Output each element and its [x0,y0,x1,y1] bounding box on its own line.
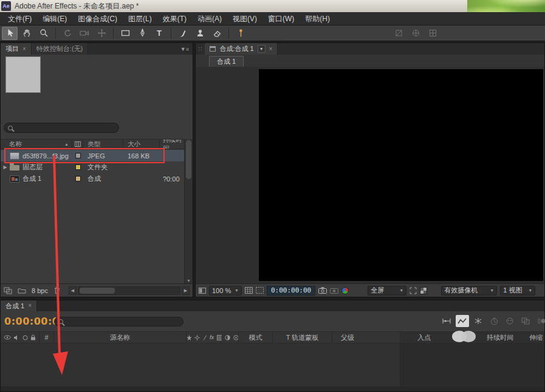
label-color-chip[interactable] [75,153,81,158]
column-stretch[interactable]: 伸缩 [529,333,543,342]
comp-timecode[interactable]: 0:00:00:00 [267,286,315,296]
project-search-input[interactable] [4,123,119,133]
project-row-comp[interactable]: 合成 1 合成 ?0:00 [1,173,184,184]
column-track-matte[interactable]: T 轨道蒙板 [273,332,332,343]
timeline-layer-area[interactable] [1,343,544,387]
solo-icon[interactable] [22,335,28,340]
brainstorm-icon[interactable] [471,315,485,327]
column-layer-number[interactable]: # [39,332,54,343]
scrollbar-thumb[interactable] [80,288,115,294]
scroll-left-icon[interactable]: ◀ [69,286,77,295]
layer-list-area[interactable] [1,343,400,387]
tab-composition[interactable]: 合成:合成 1 ▼ × [205,43,278,55]
frame-blend-switch-icon[interactable] [217,335,222,340]
label-color-chip[interactable] [75,176,81,181]
column-in-point[interactable]: 入点 [417,333,431,342]
menu-view[interactable]: 视图(V) [227,12,262,25]
column-name[interactable]: 名称 ▲ [1,140,72,149]
mask-visibility-icon[interactable] [256,287,264,294]
timeline-tab-comp1[interactable]: 合成 1 × [1,300,37,311]
composition-canvas[interactable] [259,69,543,281]
hide-shy-layers-icon[interactable] [503,315,516,327]
label-color-chip[interactable] [75,164,81,170]
chevron-down-icon[interactable]: ▼ [258,45,266,53]
project-horizontal-scrollbar[interactable]: ◀ ▶ [69,286,190,295]
magnification-select[interactable]: 100 % ▼ [209,286,242,296]
view-layout-select[interactable]: 1 视图 ▼ [500,286,535,296]
3d-switch-icon[interactable] [233,335,238,340]
tab-effect-controls[interactable]: 特效控制台:(无) [32,43,88,55]
resolution-select[interactable]: 全屏 ▼ [368,286,406,296]
shape-tool-icon[interactable] [117,27,133,40]
camera-tool-icon[interactable] [77,27,92,40]
menu-layer[interactable]: 图层(L) [123,12,157,25]
project-row-solids-folder[interactable]: ▶ 固态层 文件夹 [1,161,184,173]
show-channel-icon[interactable] [341,287,349,294]
hand-tool-icon[interactable] [19,27,35,40]
zoom-tool-icon[interactable] [36,27,52,40]
rotation-tool-icon[interactable] [60,27,75,40]
menu-effect[interactable]: 效果(T) [157,12,192,25]
auto-keyframe-icon[interactable] [487,315,501,327]
selection-tool-icon[interactable] [2,27,18,40]
menu-composition[interactable]: 图像合成(C) [72,12,123,25]
lock-icon[interactable] [30,334,36,340]
axis-mode-view-icon[interactable] [425,27,440,40]
grid-guides-icon[interactable] [245,287,253,294]
project-row-footage[interactable]: d53f879...f3.jpg JPEG 168 KB [1,150,184,161]
menu-edit[interactable]: 编辑(E) [37,12,72,25]
new-folder-icon[interactable] [18,287,26,294]
puppet-pin-tool-icon[interactable] [233,27,249,40]
frame-blend-icon[interactable] [519,315,532,327]
menu-animation[interactable]: 动画(A) [192,12,227,25]
pan-behind-tool-icon[interactable] [94,27,109,40]
viewer-tab-comp1[interactable]: 合成 1 [209,56,244,67]
transparency-grid-icon[interactable] [420,287,427,294]
column-label[interactable] [72,140,83,149]
always-preview-icon[interactable] [199,288,206,294]
menu-window[interactable]: 窗口(W) [262,12,300,25]
scroll-down-icon[interactable]: ▼ [185,279,193,283]
project-vertical-scrollbar[interactable]: ▼ [184,139,193,283]
panel-menu-icon[interactable]: ▼≡ [177,43,193,55]
project-bit-depth[interactable]: 8 bpc [32,287,48,294]
snapshot-camera-icon[interactable] [318,287,327,294]
type-tool-icon[interactable]: T [151,27,167,40]
timeline-search-input[interactable] [54,317,183,326]
clone-stamp-tool-icon[interactable] [192,27,208,40]
trash-icon[interactable] [53,286,61,294]
column-duration[interactable]: 持续时间 [487,333,513,342]
twirl-icon[interactable]: ▶ [2,164,9,170]
column-mode[interactable]: 模式 [239,332,273,343]
comp-mini-flowchart-icon[interactable] [440,315,453,327]
eraser-tool-icon[interactable] [209,27,225,40]
menu-file[interactable]: 文件(F) [2,12,37,25]
axis-mode-world-icon[interactable] [408,27,423,40]
interpret-footage-icon[interactable] [4,287,12,294]
close-icon[interactable]: × [269,46,273,52]
brush-tool-icon[interactable] [175,27,191,40]
column-size[interactable]: 大小 [123,140,160,149]
menu-help[interactable]: 帮助(H) [300,12,335,25]
shy-switch-icon[interactable] [187,335,191,340]
audio-icon[interactable] [13,335,19,340]
close-icon[interactable]: × [22,46,26,52]
window-titlebar[interactable]: Ae Adobe After Effects - 未命名项目.aep * [0,0,545,12]
effects-switch-icon[interactable]: fx [210,334,214,340]
motion-blur-icon[interactable] [535,315,545,327]
quality-switch-icon[interactable] [203,335,207,340]
composition-viewer[interactable] [196,67,544,283]
panel-grip-icon[interactable]: ∷ [196,43,205,55]
collapse-switch-icon[interactable] [194,335,199,340]
region-of-interest-icon[interactable] [410,287,417,294]
tab-project[interactable]: 项目 × [1,43,32,55]
scroll-right-icon[interactable]: ▶ [182,286,190,295]
show-snapshot-icon[interactable] [330,287,338,294]
camera-view-select[interactable]: 有效摄像机 ▼ [441,286,497,296]
close-icon[interactable]: × [28,303,32,309]
motion-blur-switch-icon[interactable] [225,335,230,340]
column-type[interactable]: 类型 [83,140,123,149]
axis-mode-local-icon[interactable] [391,27,406,40]
column-parent[interactable]: 父级 [332,332,400,343]
graph-editor-icon[interactable] [456,315,469,327]
